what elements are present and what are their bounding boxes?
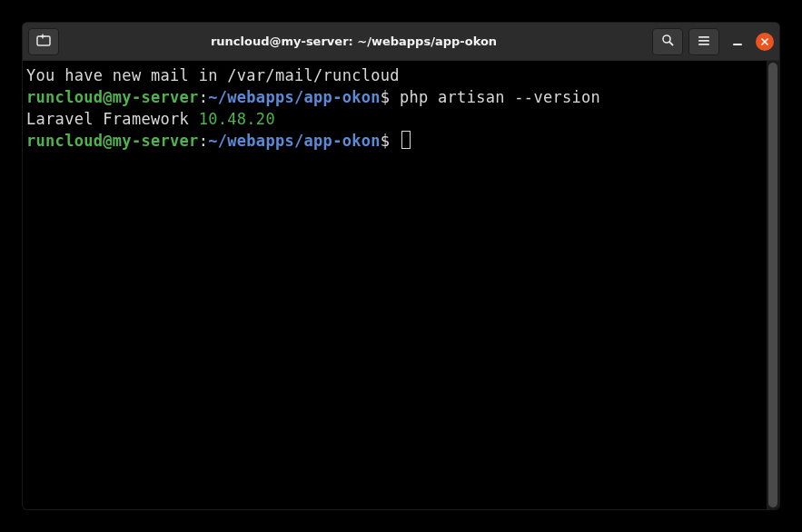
prompt-dollar: $ <box>381 88 400 106</box>
command-output-prefix: Laravel Framework <box>26 110 199 128</box>
scrollbar-thumb[interactable] <box>768 63 777 507</box>
new-tab-icon <box>36 33 51 50</box>
new-tab-button[interactable] <box>28 28 59 55</box>
window-title: runcloud@my-server: ~/webapps/app-okon <box>63 34 645 48</box>
svg-line-8 <box>762 39 767 44</box>
prompt-userhost: runcloud@my-server <box>26 88 199 106</box>
menu-button[interactable] <box>688 28 719 55</box>
prompt-userhost: runcloud@my-server <box>26 132 199 150</box>
svg-rect-1 <box>42 34 43 39</box>
svg-line-9 <box>762 39 767 44</box>
terminal-area-wrap: You have new mail in /var/mail/runcloud … <box>23 61 779 509</box>
close-button[interactable] <box>756 33 774 51</box>
titlebar-right-group <box>652 28 774 55</box>
minimize-button[interactable] <box>725 29 750 54</box>
mail-notice: You have new mail in /var/mail/runcloud <box>26 66 400 84</box>
terminal-output[interactable]: You have new mail in /var/mail/runcloud … <box>23 61 767 509</box>
svg-line-4 <box>669 42 673 45</box>
prompt-sep: : <box>199 88 209 106</box>
search-button[interactable] <box>652 28 683 55</box>
command-output-version: 10.48.20 <box>199 110 275 128</box>
terminal-window: runcloud@my-server: ~/webapps/app-okon <box>22 22 780 510</box>
svg-rect-5 <box>698 36 709 38</box>
search-icon <box>661 33 674 50</box>
svg-rect-2 <box>41 35 45 36</box>
titlebar: runcloud@my-server: ~/webapps/app-okon <box>23 23 779 61</box>
hamburger-icon <box>698 33 710 50</box>
minimize-icon <box>733 44 742 45</box>
cursor <box>401 131 411 149</box>
scrollbar[interactable] <box>767 61 779 509</box>
prompt-dollar: $ <box>381 132 400 150</box>
svg-rect-6 <box>698 40 709 42</box>
svg-rect-0 <box>37 36 50 45</box>
prompt-path: ~/webapps/app-okon <box>208 132 381 150</box>
typed-command: php artisan --version <box>400 88 600 106</box>
close-icon <box>760 37 769 46</box>
svg-rect-7 <box>698 44 709 45</box>
svg-point-3 <box>663 35 670 43</box>
prompt-path: ~/webapps/app-okon <box>208 88 381 106</box>
prompt-sep: : <box>199 132 209 150</box>
